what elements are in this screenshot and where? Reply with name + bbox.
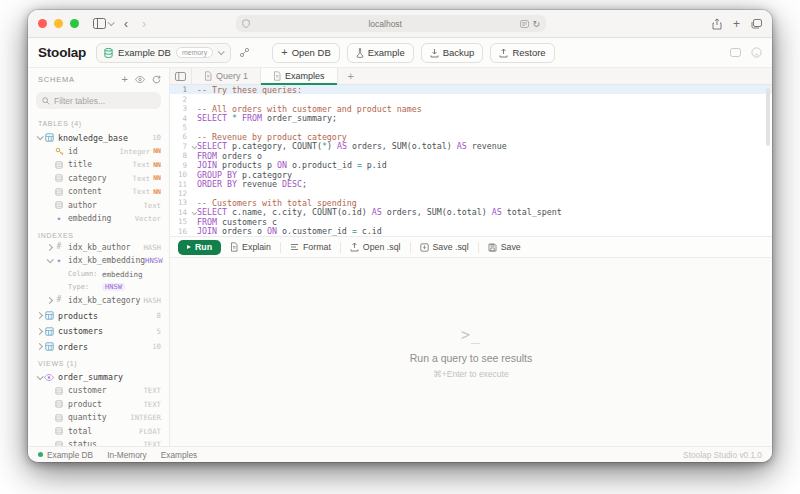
column-icon bbox=[55, 161, 63, 169]
privacy-shield-icon bbox=[242, 19, 250, 28]
sidebar-item-title[interactable]: titleTextNN bbox=[28, 158, 169, 172]
share-icon[interactable] bbox=[712, 18, 722, 30]
eye-icon[interactable] bbox=[135, 76, 145, 83]
sidebar-item-customers[interactable]: customers5 bbox=[28, 325, 169, 339]
restore-button[interactable]: Restore bbox=[490, 43, 554, 63]
schema-header: SCHEMA + bbox=[28, 68, 169, 88]
tab-overview-icon[interactable] bbox=[751, 19, 762, 29]
sidebar-item-total[interactable]: totalFLOAT bbox=[28, 425, 169, 439]
browser-sidebar-toggle-icon[interactable] bbox=[93, 18, 113, 29]
zoom-window-button[interactable] bbox=[70, 19, 79, 28]
add-table-icon[interactable]: + bbox=[122, 74, 128, 85]
open-sqlbutton[interactable]: Open .sql bbox=[350, 242, 401, 252]
sidebar-item-knowledge_base[interactable]: knowledge_base10 bbox=[28, 131, 169, 145]
database-selector[interactable]: Example DB memory bbox=[96, 43, 231, 63]
fold-icon[interactable] bbox=[192, 143, 197, 148]
sidebar-item-customer[interactable]: customerTEXT bbox=[28, 384, 169, 398]
header-actions: +Open DBExampleBackupRestore bbox=[272, 43, 554, 63]
explainbutton[interactable]: Explain bbox=[230, 242, 271, 252]
editor-scrollbar-thumb[interactable] bbox=[766, 88, 770, 146]
sidebar-item-category[interactable]: categoryTextNN bbox=[28, 172, 169, 186]
close-window-button[interactable] bbox=[38, 19, 47, 28]
forward-button[interactable]: › bbox=[139, 18, 149, 30]
primary-key-icon bbox=[55, 147, 64, 156]
address-bar[interactable]: localhost ↻ bbox=[236, 15, 546, 32]
sidebar-item-embedding[interactable]: ✦embeddingVector bbox=[28, 212, 169, 226]
code-line-7: 7SELECT p.category, COUNT(*) AS orders, … bbox=[170, 142, 772, 151]
table-icon bbox=[45, 342, 54, 351]
status-item-example-db: Example DB bbox=[38, 450, 93, 460]
connection-icon[interactable] bbox=[239, 47, 250, 58]
minimize-window-button[interactable] bbox=[54, 19, 63, 28]
save-sqlbutton[interactable]: Save .sql bbox=[420, 242, 469, 252]
results-prompt: Run a query to see results bbox=[410, 352, 533, 364]
sidebar-item-idx_kb_author[interactable]: #idx_kb_authorHASH bbox=[28, 241, 169, 255]
formatbutton[interactable]: Format bbox=[290, 242, 331, 252]
backup-button[interactable]: Backup bbox=[421, 43, 484, 63]
sidebar-item-idx_kb_embedding[interactable]: ✦idx_kb_embeddingHNSW bbox=[28, 254, 169, 268]
download-icon bbox=[430, 48, 439, 58]
new-tab-icon[interactable]: + bbox=[733, 18, 740, 30]
connection-status-dot bbox=[38, 452, 43, 457]
query-toolbar: Run ExplainFormatOpen .sqlSave .sqlSave bbox=[170, 236, 772, 258]
search-icon bbox=[42, 97, 50, 105]
chevron-down-icon bbox=[36, 373, 43, 380]
sidebar-item-status[interactable]: statusTEXT bbox=[28, 438, 169, 446]
code-line-4: 4SELECT * FROM order_summary; bbox=[170, 113, 772, 122]
column-icon bbox=[55, 174, 63, 182]
collapse-sidebar-icon[interactable] bbox=[170, 68, 192, 84]
sidebar-item-content[interactable]: contentTextNN bbox=[28, 185, 169, 199]
tab-examples[interactable]: Examples bbox=[261, 68, 338, 84]
save-box-icon bbox=[420, 243, 429, 252]
reader-icon[interactable] bbox=[520, 20, 529, 28]
table-icon bbox=[45, 133, 54, 142]
reload-icon[interactable]: ↻ bbox=[532, 19, 540, 29]
upload-icon bbox=[499, 48, 508, 58]
app-version: Stoolap Studio v0.1.0 bbox=[683, 450, 762, 460]
column-icon bbox=[55, 441, 63, 446]
status-item-in-memory: In-Memory bbox=[107, 450, 147, 460]
example-button[interactable]: Example bbox=[347, 43, 414, 63]
app-logo: Stoolap bbox=[38, 45, 86, 60]
sidebar-item-order_summary[interactable]: order_summary bbox=[28, 371, 169, 385]
sidebar-item-idx_kb_category[interactable]: #idx_kb_categoryHASH bbox=[28, 294, 169, 308]
url-text: localhost bbox=[250, 19, 520, 29]
sql-editor[interactable]: 1-- Try these queries:23-- All orders wi… bbox=[170, 85, 772, 236]
sidebar-item-products[interactable]: products8 bbox=[28, 309, 169, 323]
schema-tree: knowledge_base10idIntegerNNtitleTextNNca… bbox=[28, 129, 169, 446]
sidebar-item-id[interactable]: idIntegerNN bbox=[28, 145, 169, 159]
document-icon bbox=[230, 242, 238, 252]
sidebar-item-quantity[interactable]: quantityINTEGER bbox=[28, 411, 169, 425]
column-icon bbox=[55, 400, 63, 408]
plus-icon: + bbox=[281, 47, 287, 58]
browser-chrome: ‹ › localhost ↻ + bbox=[28, 10, 772, 38]
filter-tables-input[interactable]: Filter tables... bbox=[36, 92, 161, 109]
code-line-6: 6-- Revenue by product category bbox=[170, 132, 772, 141]
back-button[interactable]: ‹ bbox=[121, 18, 131, 30]
code-line-2: 2 bbox=[170, 94, 772, 103]
sidebar-item-author[interactable]: authorText bbox=[28, 199, 169, 213]
code-line-8: 8FROM orders o bbox=[170, 151, 772, 160]
fold-icon[interactable] bbox=[192, 209, 197, 214]
refresh-icon[interactable] bbox=[152, 75, 161, 84]
tab-query-1[interactable]: Query 1 bbox=[192, 68, 261, 84]
code-line-11: 11ORDER BY revenue DESC; bbox=[170, 179, 772, 188]
tables-section-label: TABLES (4) bbox=[28, 114, 169, 129]
chevron-right-icon bbox=[45, 244, 52, 251]
theme-icon[interactable] bbox=[730, 48, 741, 57]
indexes-section-label: VIEWS (1) bbox=[28, 354, 169, 369]
sidebar-item-product[interactable]: productTEXT bbox=[28, 398, 169, 412]
code-line-15: 15FROM customers c bbox=[170, 217, 772, 226]
run-button[interactable]: Run bbox=[178, 240, 221, 255]
new-query-tab-button[interactable]: + bbox=[338, 68, 364, 84]
savebutton[interactable]: Save bbox=[488, 242, 521, 252]
github-icon[interactable] bbox=[751, 47, 762, 58]
browser-window: ‹ › localhost ↻ + Stoolap Example DB mem… bbox=[28, 10, 772, 462]
sidebar-item-orders[interactable]: orders10 bbox=[28, 340, 169, 354]
toolbar-divider bbox=[410, 242, 411, 253]
toolbar-divider bbox=[478, 242, 479, 253]
chevron-right-icon bbox=[45, 297, 52, 304]
open-db-button[interactable]: +Open DB bbox=[272, 43, 340, 63]
traffic-lights bbox=[38, 19, 79, 28]
toolbar-divider bbox=[340, 242, 341, 253]
